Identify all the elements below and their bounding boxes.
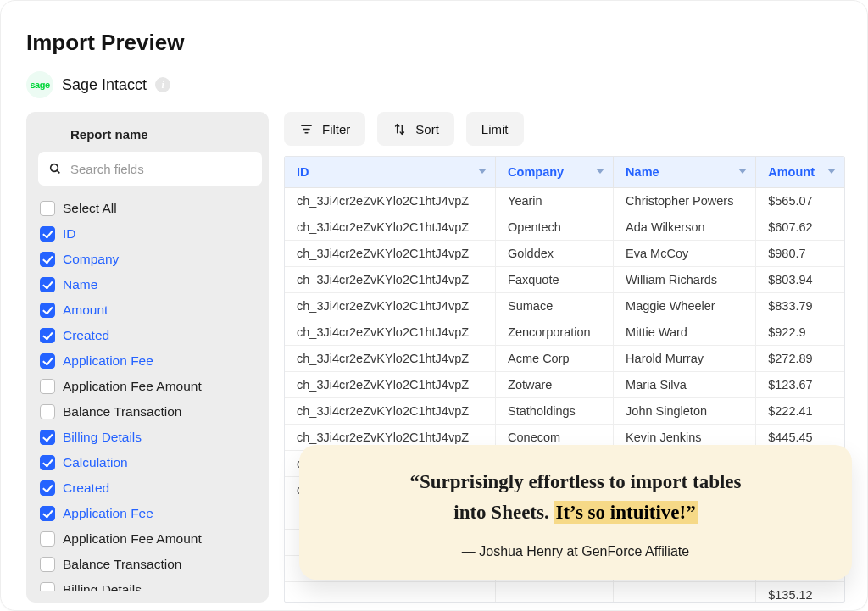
cell-company: Opentech xyxy=(496,214,614,241)
table-row[interactable]: ch_3Ji4cr2eZvKYlo2C1htJ4vpZGolddexEva Mc… xyxy=(285,241,844,267)
field-item[interactable]: Created xyxy=(38,475,255,501)
field-item[interactable]: Billing Details xyxy=(38,577,255,591)
column-header-id[interactable]: ID xyxy=(285,157,496,188)
cell-company xyxy=(496,582,614,603)
table-row[interactable]: ch_3Ji4cr2eZvKYlo2C1htJ4vpZSumaceMaggie … xyxy=(285,293,844,319)
svg-line-1 xyxy=(57,170,59,173)
testimonial-attribution: — Joshua Henry at GenForce Affiliate xyxy=(333,544,818,559)
col-label: ID xyxy=(297,165,309,179)
chevron-down-icon[interactable] xyxy=(738,169,747,174)
col-label: Company xyxy=(508,165,564,179)
checkbox[interactable] xyxy=(40,328,55,343)
field-item[interactable]: Application Fee Amount xyxy=(38,374,255,399)
cell-company: Zotware xyxy=(496,372,614,398)
cell-company: Yearin xyxy=(496,188,614,214)
checkbox[interactable] xyxy=(40,531,55,547)
table-row[interactable]: $135.12 xyxy=(285,582,844,603)
table-row[interactable]: ch_3Ji4cr2eZvKYlo2C1htJ4vpZOpentechAda W… xyxy=(285,214,844,241)
cell-company: Golddex xyxy=(496,241,614,267)
cell-name: Mittie Ward xyxy=(614,319,756,346)
search-field[interactable] xyxy=(38,152,262,186)
sidebar-heading: Report name xyxy=(38,124,262,152)
field-item[interactable]: Billing Details xyxy=(38,425,255,450)
cell-id xyxy=(285,582,496,603)
cell-id: ch_3Ji4cr2eZvKYlo2C1htJ4vpZ xyxy=(285,241,496,267)
info-icon[interactable]: i xyxy=(155,77,170,92)
checkbox[interactable] xyxy=(40,201,55,216)
checkbox[interactable] xyxy=(40,455,55,470)
connector-row: sage Sage Intacct i xyxy=(26,71,845,98)
checkbox[interactable] xyxy=(40,582,55,591)
field-item[interactable]: Application Fee xyxy=(38,348,255,374)
cell-company: Zencorporation xyxy=(496,319,614,346)
chevron-down-icon[interactable] xyxy=(596,169,604,174)
field-item[interactable]: Amount xyxy=(38,297,255,323)
cell-company: Statholdings xyxy=(496,398,614,425)
table-head: ID Company Name Amount xyxy=(285,157,844,188)
field-item[interactable]: Application Fee Amount xyxy=(38,526,255,552)
table-row[interactable]: ch_3Ji4cr2eZvKYlo2C1htJ4vpZAcme CorpHaro… xyxy=(285,346,844,372)
cell-id: ch_3Ji4cr2eZvKYlo2C1htJ4vpZ xyxy=(285,372,496,398)
chevron-down-icon[interactable] xyxy=(478,169,487,174)
field-label: Select All xyxy=(63,201,117,216)
checkbox[interactable] xyxy=(40,557,55,572)
testimonial-card: “Surprisingly effortless to import table… xyxy=(299,445,852,580)
cell-id: ch_3Ji4cr2eZvKYlo2C1htJ4vpZ xyxy=(285,346,496,372)
field-item[interactable]: Calculation xyxy=(38,450,255,475)
table-row[interactable]: ch_3Ji4cr2eZvKYlo2C1htJ4vpZFaxquoteWilli… xyxy=(285,267,844,293)
cell-name: William Richards xyxy=(614,267,756,293)
field-item[interactable]: Select All xyxy=(38,196,255,221)
field-item[interactable]: Balance Transaction xyxy=(38,552,255,577)
quote-line1: “Surprisingly effortless to import table… xyxy=(410,471,742,492)
testimonial-text: “Surprisingly effortless to import table… xyxy=(333,467,818,527)
field-item[interactable]: ID xyxy=(38,221,255,247)
cell-name: John Singleton xyxy=(614,398,756,425)
checkbox[interactable] xyxy=(40,353,55,369)
field-item[interactable]: Balance Transaction xyxy=(38,399,255,425)
cell-amount: $123.67 xyxy=(756,372,844,398)
checkbox[interactable] xyxy=(40,480,55,496)
checkbox[interactable] xyxy=(40,404,55,419)
field-label: Name xyxy=(63,277,97,292)
checkbox[interactable] xyxy=(40,379,55,394)
cell-id: ch_3Ji4cr2eZvKYlo2C1htJ4vpZ xyxy=(285,319,496,346)
column-header-name[interactable]: Name xyxy=(614,157,756,188)
table-row[interactable]: ch_3Ji4cr2eZvKYlo2C1htJ4vpZZotwareMaria … xyxy=(285,372,844,398)
field-label: Application Fee Amount xyxy=(63,379,202,394)
quote-line2a: into Sheets. xyxy=(453,502,554,523)
table-row[interactable]: ch_3Ji4cr2eZvKYlo2C1htJ4vpZZencorporatio… xyxy=(285,319,844,346)
field-item[interactable]: Application Fee xyxy=(38,501,255,526)
col-label: Amount xyxy=(768,165,815,179)
search-input[interactable] xyxy=(69,161,252,177)
checkbox[interactable] xyxy=(40,430,55,445)
field-item[interactable]: Name xyxy=(38,272,255,297)
cell-id: ch_3Ji4cr2eZvKYlo2C1htJ4vpZ xyxy=(285,267,496,293)
page-title: Import Preview xyxy=(26,30,845,56)
cell-amount: $607.62 xyxy=(756,214,844,241)
column-header-company[interactable]: Company xyxy=(496,157,614,188)
cell-name: Harold Murray xyxy=(614,346,756,372)
checkbox[interactable] xyxy=(40,303,55,318)
limit-button[interactable]: Limit xyxy=(466,112,524,146)
cell-amount: $980.7 xyxy=(756,241,844,267)
col-label: Name xyxy=(626,165,659,179)
checkbox[interactable] xyxy=(40,226,55,242)
filter-button[interactable]: Filter xyxy=(284,112,365,146)
field-list[interactable]: Select AllIDCompanyNameAmountCreatedAppl… xyxy=(38,196,262,591)
field-item[interactable]: Created xyxy=(38,323,255,348)
sort-button[interactable]: Sort xyxy=(377,112,454,146)
field-item[interactable]: Company xyxy=(38,247,255,272)
cell-id: ch_3Ji4cr2eZvKYlo2C1htJ4vpZ xyxy=(285,293,496,319)
checkbox[interactable] xyxy=(40,252,55,267)
sort-icon xyxy=(392,122,407,136)
cell-name: Christopher Powers xyxy=(614,188,756,214)
chevron-down-icon[interactable] xyxy=(827,169,836,174)
column-header-amount[interactable]: Amount xyxy=(756,157,844,188)
sidebar: Report name Select AllIDCompanyNameAmoun… xyxy=(26,112,269,603)
checkbox[interactable] xyxy=(40,506,55,521)
table-row[interactable]: ch_3Ji4cr2eZvKYlo2C1htJ4vpZYearinChristo… xyxy=(285,188,844,214)
field-label: Application Fee xyxy=(63,353,153,369)
checkbox[interactable] xyxy=(40,277,55,292)
connector-logo: sage xyxy=(26,71,53,98)
table-row[interactable]: ch_3Ji4cr2eZvKYlo2C1htJ4vpZStatholdingsJ… xyxy=(285,398,844,425)
